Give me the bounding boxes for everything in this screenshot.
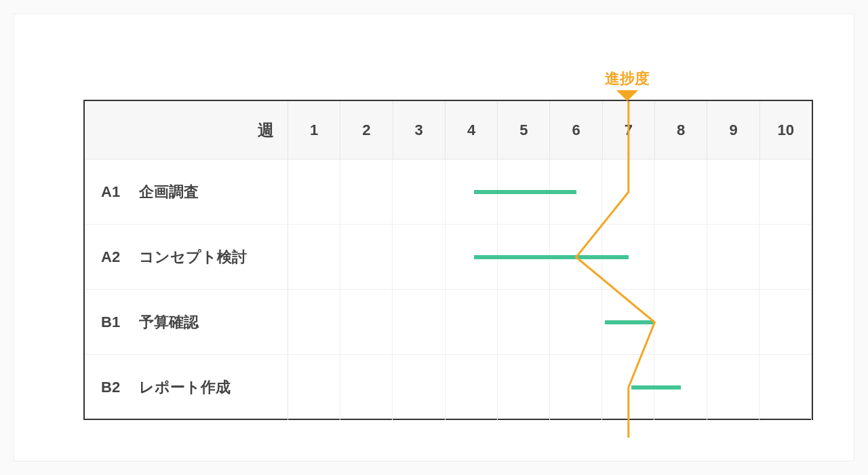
task-bar — [631, 385, 681, 390]
row-grid — [288, 225, 812, 289]
row-label: A2コンセプト検討 — [85, 225, 288, 289]
grid-cell — [760, 225, 812, 289]
svg-marker-0 — [616, 90, 638, 101]
grid-cell — [602, 159, 654, 224]
gantt-header: 週 12345678910 — [85, 101, 812, 159]
grid-cell — [760, 355, 812, 420]
week-cell-8: 8 — [655, 101, 707, 159]
grid-cell — [498, 290, 550, 354]
grid-cell — [550, 290, 602, 354]
row-label: B1予算確認 — [85, 290, 288, 354]
grid-cell — [446, 290, 498, 354]
grid-cell — [707, 355, 760, 420]
week-cell-1: 1 — [288, 101, 340, 159]
grid-cell — [498, 355, 550, 420]
grid-cell — [288, 290, 340, 354]
gantt-row: A1企画調査 — [85, 159, 812, 225]
progress-label: 進捗度 — [605, 69, 650, 89]
week-cell-3: 3 — [393, 101, 446, 159]
grid-cell — [393, 225, 445, 289]
task-name: 予算確認 — [139, 312, 199, 332]
task-code: A1 — [101, 183, 139, 201]
task-bar — [474, 190, 576, 194]
grid-cell — [340, 290, 393, 354]
grid-cell — [654, 290, 707, 354]
progress-marker-icon — [616, 90, 638, 101]
grid-cell — [288, 355, 340, 420]
grid-cell — [707, 225, 760, 289]
week-header-label: 週 — [85, 101, 288, 159]
row-grid — [288, 159, 812, 224]
task-code: A2 — [101, 248, 139, 266]
grid-cell — [707, 290, 760, 354]
week-cell-5: 5 — [498, 101, 550, 159]
grid-cell — [654, 159, 707, 224]
grid-cell — [550, 355, 602, 420]
task-name: 企画調査 — [139, 182, 199, 202]
task-name: レポート作成 — [139, 377, 231, 398]
grid-cell — [707, 159, 760, 224]
task-bar — [605, 320, 654, 324]
grid-cell — [446, 355, 498, 420]
row-grid — [288, 290, 812, 354]
gantt-row: A2コンセプト検討 — [85, 225, 812, 290]
row-label: A1企画調査 — [85, 159, 288, 224]
grid-cell — [760, 290, 812, 354]
task-code: B1 — [101, 314, 139, 331]
week-cells: 12345678910 — [288, 101, 812, 159]
gantt-rows: A1企画調査A2コンセプト検討B1予算確認B2レポート作成 — [85, 159, 812, 420]
grid-cell — [340, 159, 393, 224]
grid-cell — [340, 225, 393, 289]
grid-cell — [288, 159, 340, 224]
grid-cell — [393, 290, 445, 354]
week-cell-4: 4 — [446, 101, 498, 159]
gantt-row: B2レポート作成 — [85, 355, 812, 420]
row-label: B2レポート作成 — [85, 355, 288, 420]
week-cell-2: 2 — [340, 101, 393, 159]
week-cell-10: 10 — [760, 101, 812, 159]
chart-card: 進捗度 週 12345678910 A1企画調査A2コンセプト検討B1予算確認B… — [14, 14, 854, 461]
task-code: B2 — [101, 379, 139, 396]
grid-cell — [760, 159, 812, 224]
grid-cell — [340, 355, 393, 420]
week-cell-6: 6 — [550, 101, 602, 159]
week-cell-9: 9 — [707, 101, 760, 159]
grid-cell — [654, 225, 707, 289]
gantt-chart: 週 12345678910 A1企画調査A2コンセプト検討B1予算確認B2レポー… — [83, 100, 813, 420]
task-name: コンセプト検討 — [139, 247, 247, 267]
row-grid — [288, 355, 812, 420]
grid-cell — [288, 225, 340, 289]
task-bar — [474, 255, 629, 259]
gantt-row: B1予算確認 — [85, 290, 812, 355]
grid-cell — [393, 159, 445, 224]
week-cell-7: 7 — [603, 101, 655, 159]
grid-cell — [393, 355, 445, 420]
